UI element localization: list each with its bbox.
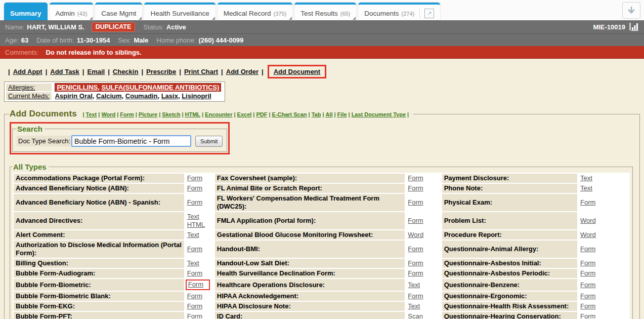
tab-count: (65) (340, 11, 351, 17)
current-meds-link[interactable]: Current Meds: (8, 92, 50, 100)
format-link-tab[interactable]: Tab (312, 111, 321, 117)
doc-link-word[interactable]: Word (580, 231, 596, 239)
doc-link-form[interactable]: Form (580, 312, 595, 319)
doc-type-label: Health Surveillance Declination Form: (215, 269, 405, 278)
allergy-link-sulfa-sulfonamide-antibiotics[interactable]: SULFA(SULFONAMIDE ANTIBIOTICS) (102, 84, 220, 91)
format-link-pdf[interactable]: PDF (256, 111, 267, 117)
format-link-form[interactable]: Form (120, 111, 134, 117)
doc-link-text[interactable]: Text (408, 302, 420, 310)
doc-type-label: Advanced Beneficiary Notice (ABN) - Span… (14, 194, 184, 211)
action-link-checkin[interactable]: Checkin (113, 68, 139, 75)
separator: , (93, 92, 96, 100)
med-link-aspirin-oral[interactable]: Aspirin Oral (55, 92, 92, 100)
doc-link-text[interactable]: Text (580, 184, 592, 192)
format-link-excel[interactable]: Excel (237, 111, 252, 117)
doc-link-form[interactable]: Form (187, 312, 202, 319)
med-link-lisinopril[interactable]: Lisinopril (182, 92, 211, 100)
doc-link-cell: Text (185, 230, 214, 240)
doc-link-form[interactable]: Form (408, 269, 423, 277)
doc-link-form[interactable]: Form (187, 184, 202, 192)
doc-link-form[interactable]: Form (187, 245, 202, 253)
separator: | (82, 111, 84, 117)
doc-link-text[interactable]: Text (187, 213, 199, 221)
doc-link-form[interactable]: Form (580, 245, 595, 253)
doc-type-label: Payment Disclosure: (442, 174, 577, 183)
tab-label: Admin (56, 10, 75, 17)
action-link-add-appt[interactable]: Add Appt (13, 68, 42, 75)
doc-link-form[interactable]: Form (408, 174, 423, 182)
doc-link-form[interactable]: Form (408, 184, 423, 192)
bar-chart-icon[interactable] (629, 23, 639, 31)
format-link-last-document-type[interactable]: Last Document Type (352, 111, 406, 117)
tab-documents[interactable]: Documents(274)↗ (358, 3, 440, 20)
separator: | (309, 111, 310, 117)
med-link-coumadin[interactable]: Coumadin (125, 92, 158, 100)
doc-link-text[interactable]: Text (187, 231, 199, 239)
doc-link-word[interactable]: Word (408, 231, 423, 239)
doc-link-form[interactable]: Form (187, 174, 202, 182)
doc-link-cell: Form (406, 184, 441, 193)
format-link-word[interactable]: Word (101, 111, 115, 117)
submit-button[interactable]: Submit (195, 136, 223, 147)
doc-link-form[interactable]: Form (408, 259, 423, 267)
doc-link-form[interactable]: Form (580, 259, 595, 267)
doc-link-form[interactable]: Form (580, 302, 595, 310)
action-link-add-task[interactable]: Add Task (50, 68, 79, 75)
action-link-print-chart[interactable]: Print Chart (184, 68, 218, 75)
format-link-all[interactable]: All (325, 111, 332, 117)
doc-link-form[interactable]: Form (187, 302, 202, 310)
format-link-text[interactable]: Text (85, 111, 97, 117)
doc-link-form[interactable]: Form (408, 217, 423, 225)
tab-label: Summary (10, 10, 41, 17)
doc-link-text[interactable]: Text (408, 281, 420, 289)
doc-link-html[interactable]: HTML (187, 221, 205, 229)
open-in-new-circle-icon[interactable]: ↗ (424, 9, 434, 18)
doc-link-form[interactable]: Form (187, 198, 202, 207)
doc-link-cell: Text (406, 302, 441, 311)
doc-type-search-input[interactable] (71, 135, 191, 147)
tab-divider (419, 9, 420, 19)
format-link-e-chart-scan[interactable]: E-Chart Scan (272, 111, 307, 117)
allergies-link[interactable]: Allergies: (8, 84, 35, 91)
tab-medical-record[interactable]: Medical Record(375) (218, 3, 292, 20)
format-link-html[interactable]: HTML (185, 111, 200, 117)
doc-type-label: Questionnaire-Hearing Conservation: (442, 312, 577, 319)
action-link-add-document[interactable]: Add Document (274, 68, 320, 75)
format-link-file[interactable]: File (337, 111, 347, 117)
doc-link-text[interactable]: Text (187, 259, 199, 267)
doc-link-form[interactable]: Form (580, 281, 595, 289)
comments-bar: Comments: Do not release info to sibling… (0, 46, 644, 59)
doc-link-form[interactable]: Form (580, 292, 595, 300)
format-link-picture[interactable]: Picture (139, 111, 157, 117)
action-link-prescribe[interactable]: Prescribe (146, 68, 176, 75)
tab-dropdown-icon (212, 17, 215, 20)
format-link-encounter[interactable]: Encounter (205, 111, 232, 117)
separator: | (202, 111, 203, 117)
allergies-row: Allergies: PENICILLINS, SULFA(SULFONAMID… (6, 84, 223, 91)
doc-link-scan[interactable]: Scan (408, 312, 423, 319)
med-link-lasix[interactable]: Lasix (161, 92, 178, 100)
action-link-add-order[interactable]: Add Order (226, 68, 259, 75)
doc-link-form[interactable]: Form (408, 245, 423, 253)
doc-link-form[interactable]: Form (187, 292, 202, 300)
table-row: Bubble Form-Biometric:FormHealthcare Ope… (14, 279, 629, 291)
doc-link-form[interactable]: Form (408, 292, 423, 300)
tab-summary[interactable]: Summary (4, 3, 48, 20)
tab-admin[interactable]: Admin(43) (50, 3, 94, 20)
scroll-down-button[interactable] (622, 2, 640, 19)
doc-link-form[interactable]: Form (580, 269, 595, 277)
doc-link-form[interactable]: Form (408, 198, 423, 207)
tab-case-mgmt[interactable]: Case Mgmt (95, 3, 142, 20)
doc-link-form[interactable]: Form (187, 269, 202, 277)
doc-link-form[interactable]: Form (188, 281, 203, 289)
tab-health-surveillance[interactable]: Health Surveillance (144, 3, 215, 20)
action-link-email[interactable]: Email (87, 68, 105, 75)
doc-link-cell: Text (185, 259, 214, 268)
format-link-sketch[interactable]: Sketch (162, 111, 180, 117)
doc-link-form[interactable]: Form (580, 198, 595, 207)
allergy-link-penicillins[interactable]: PENICILLINS (57, 84, 98, 91)
doc-link-word[interactable]: Word (580, 217, 596, 225)
doc-link-text[interactable]: Text (580, 174, 592, 182)
med-link-calcium[interactable]: Calcium (96, 92, 122, 100)
tab-test-results[interactable]: Test Results(65) (294, 3, 356, 20)
